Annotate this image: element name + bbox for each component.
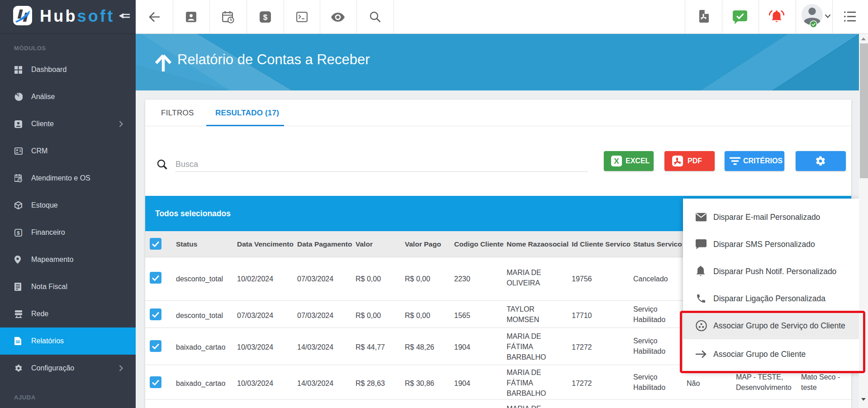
svg-text:$: $ bbox=[17, 230, 20, 235]
svg-text:$: $ bbox=[263, 13, 268, 22]
svg-text:X: X bbox=[614, 157, 619, 166]
